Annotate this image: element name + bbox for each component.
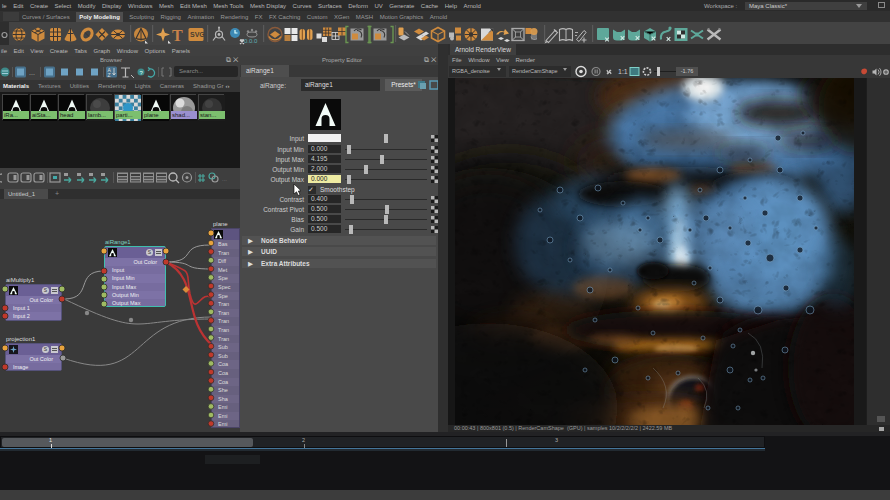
svg-text:...: ... [29,69,35,76]
svg-text:SVG: SVG [190,31,205,38]
svg-text:...: ... [222,176,227,182]
svg-text:T: T [172,27,183,44]
svg-text:0.0.0: 0.0.0 [244,38,258,44]
svg-text:1:1: 1:1 [618,68,628,75]
svg-text:Z: Z [108,72,111,78]
